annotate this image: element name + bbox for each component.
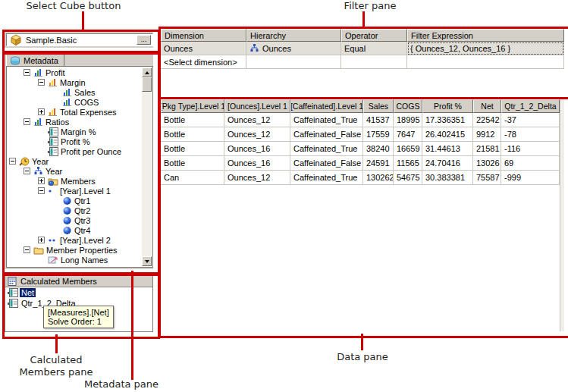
tree-item[interactable]: Ratios [8, 117, 142, 127]
tree-item[interactable]: Profit [8, 67, 142, 77]
filter-dimension-cell[interactable]: <Select dimension> [161, 55, 246, 69]
data-column-header[interactable]: [Caffeinated].Level 1 [290, 99, 363, 113]
filter-column-header[interactable]: Dimension [161, 29, 246, 42]
expand-icon[interactable] [38, 177, 45, 184]
collapse-icon[interactable] [38, 187, 45, 194]
data-cell: 16659 [394, 142, 422, 156]
filter-expression-cell-text: { Ounces_12, Ounces_16 } [410, 44, 510, 53]
data-cell: -37 [501, 113, 560, 127]
filter-header-row: DimensionHierarchyOperatorFilter Express… [161, 29, 564, 42]
callout-line-data-pane [361, 334, 363, 350]
data-pane: [Pkg Type].Level 1[Ounces].Level 1[Caffe… [161, 99, 564, 331]
tree-item[interactable]: Profit per Ounce [8, 146, 142, 156]
tree-item-label: Profit [46, 68, 65, 77]
collapse-icon[interactable] [24, 246, 30, 253]
filter-operator-cell[interactable] [341, 55, 407, 69]
filter-hierarchy-cell[interactable] [246, 55, 341, 69]
filter-column-header[interactable]: Hierarchy [246, 29, 341, 42]
data-cell: 24591 [363, 156, 394, 171]
collapse-icon[interactable] [24, 118, 30, 125]
calculated-member-item[interactable]: Net [5, 287, 152, 298]
data-cell: -999 [501, 171, 560, 185]
filter-expression-cell[interactable]: { Ounces_12, Ounces_16 } [407, 42, 564, 55]
expander-spacer [38, 128, 45, 135]
tree-item[interactable]: Qtr3 [8, 215, 142, 225]
cube-combo[interactable]: Sample.Basic ... [6, 33, 153, 46]
tree-item[interactable]: Qtr2 [8, 205, 142, 215]
data-column-header[interactable]: [Ounces].Level 1 [224, 99, 290, 113]
tree-item-label: Long Names [61, 256, 108, 265]
tree-item-label: Profit per Ounce [61, 147, 121, 156]
calculated-members-title: Calculated Members [20, 277, 97, 286]
expand-icon[interactable] [38, 108, 45, 115]
data-row: CanOunces_12Caffeinated_True130262546753… [161, 171, 564, 185]
tree-item[interactable]: Year [8, 166, 142, 176]
member-icon [62, 196, 72, 205]
collapse-icon[interactable] [24, 69, 30, 76]
expand-icon[interactable] [38, 237, 45, 243]
data-row: BottleOunces_16Caffeinated_False24591115… [161, 156, 564, 171]
tree-item-label: Qtr3 [74, 216, 90, 225]
tree-item-label: Member Properties [46, 246, 118, 255]
data-cell: 130262 [363, 171, 394, 185]
filter-dimension-cell-text: Ounces [164, 44, 193, 53]
scroll-down-button[interactable] [142, 256, 152, 266]
filter-expression-cell[interactable] [407, 55, 564, 69]
tree-item-label: Qtr4 [74, 226, 90, 235]
data-column-header[interactable]: Qtr_1_2_Delta [501, 99, 560, 113]
data-cell: 26.402415 [422, 127, 473, 142]
data-pane-scrollbar-track[interactable] [560, 99, 564, 331]
collapse-icon[interactable] [9, 158, 16, 165]
scrollbar-thumb[interactable] [142, 77, 152, 92]
select-cube-button[interactable]: ... [137, 35, 151, 45]
tree-item[interactable]: Profit % [8, 136, 142, 146]
filter-column-header[interactable]: Operator [341, 29, 407, 42]
tree-item[interactable]: Long Names [8, 255, 142, 265]
folder-icon [33, 246, 44, 255]
scroll-up-button[interactable] [142, 67, 152, 77]
filter-dimension-cell[interactable]: Ounces [161, 42, 246, 55]
measure-bars-orange-icon [48, 108, 58, 117]
filter-pane: DimensionHierarchyOperatorFilter Express… [161, 29, 564, 93]
data-cell: 7647 [394, 127, 422, 142]
callout-line-metadata-pane [131, 271, 133, 380]
data-cell: Ounces_12 [224, 171, 290, 185]
mdx-query-designer: Select Cube button Filter pane Metadata … [0, 0, 568, 392]
tree-item[interactable]: Margin [8, 77, 142, 87]
tooltip: [Measures].[Net] Solve Order: 1 [43, 306, 114, 328]
expander-spacer [52, 207, 59, 214]
filter-hierarchy-cell[interactable]: Ounces [246, 42, 341, 55]
tab-metadata[interactable]: Metadata [6, 54, 64, 67]
data-cell: Ounces_16 [224, 142, 290, 156]
data-cell: Ounces_16 [224, 156, 290, 171]
member-icon [62, 226, 72, 235]
tree-item[interactable]: [Year].Level 1 [8, 186, 142, 196]
filter-operator-cell[interactable]: Equal [341, 42, 407, 55]
data-column-header[interactable]: COGS [394, 99, 422, 113]
data-column-header[interactable]: Profit % [422, 99, 473, 113]
data-column-header[interactable]: [Pkg Type].Level 1 [161, 99, 224, 113]
data-cell: Caffeinated_True [290, 142, 363, 156]
tree-item[interactable]: Total Expenses [8, 107, 142, 117]
tree-item[interactable]: COGS [8, 97, 142, 107]
tree-item[interactable]: Qtr4 [8, 225, 142, 235]
tree-item[interactable]: [Year].Level 2 [8, 235, 142, 245]
tree-item[interactable]: Margin % [8, 127, 142, 136]
metadata-tree-scrollbar[interactable] [142, 67, 152, 266]
collapse-icon[interactable] [38, 79, 45, 86]
time-dimension-icon [19, 157, 30, 166]
data-column-header[interactable]: Net [473, 99, 501, 113]
tree-item[interactable]: Sales [8, 87, 142, 97]
data-cell: 17559 [363, 127, 394, 142]
tree-item[interactable]: Year [8, 156, 142, 166]
tree-item[interactable]: Members [8, 176, 142, 186]
tree-item[interactable]: Member Properties [8, 245, 142, 255]
data-cell: Caffeinated_True [290, 113, 363, 127]
collapse-icon[interactable] [24, 168, 30, 174]
data-column-header[interactable]: Sales [363, 99, 394, 113]
tree-item[interactable]: Qtr1 [8, 196, 142, 205]
calculated-members-header: Calculated Members [5, 275, 152, 287]
data-cell: 11565 [394, 156, 422, 171]
member-icon [62, 216, 72, 225]
filter-column-header[interactable]: Filter Expression [407, 29, 564, 42]
